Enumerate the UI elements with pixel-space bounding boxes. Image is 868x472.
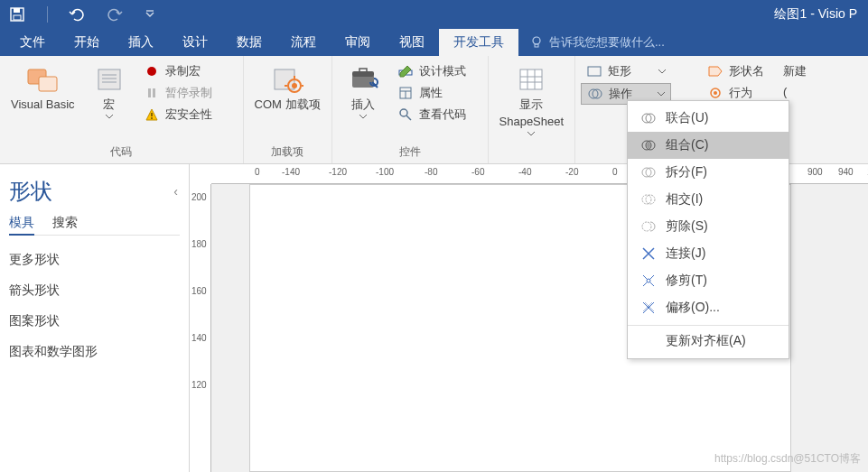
properties-icon xyxy=(397,85,414,101)
svg-rect-20 xyxy=(352,75,374,88)
show-shapesheet-button[interactable]: 显示 ShapeSheet xyxy=(494,60,570,140)
dd-union[interactable]: 联合(U) xyxy=(628,105,789,132)
visual-basic-icon xyxy=(24,63,61,96)
svg-point-27 xyxy=(400,109,407,116)
dd-trim[interactable]: 修剪(T) xyxy=(628,267,789,294)
paren-button: ( xyxy=(778,83,812,100)
svg-rect-7 xyxy=(39,77,57,91)
tab-review[interactable]: 审阅 xyxy=(331,29,385,56)
shapes-title: 形状 xyxy=(9,171,180,215)
svg-rect-34 xyxy=(588,67,601,76)
pattern-shapes-item[interactable]: 图案形状 xyxy=(9,306,180,337)
chevron-down-icon xyxy=(658,92,665,97)
shape-tab-stencils[interactable]: 模具 xyxy=(9,215,34,236)
shape-tab-search[interactable]: 搜索 xyxy=(52,215,78,231)
svg-rect-29 xyxy=(520,69,542,89)
insert-control-button[interactable]: 插入 xyxy=(338,60,388,123)
dd-combine[interactable]: 组合(C) xyxy=(628,132,789,159)
title-bar: 绘图1 - Visio P xyxy=(0,0,868,29)
svg-rect-2 xyxy=(14,15,21,20)
svg-rect-14 xyxy=(153,88,155,97)
shape-name-button[interactable]: 形状名 xyxy=(702,61,774,81)
new-button[interactable]: 新建 xyxy=(778,61,812,81)
dd-update-align[interactable]: 更新对齐框(A) xyxy=(628,325,789,355)
offset-icon xyxy=(640,300,657,316)
combine-icon xyxy=(640,137,657,153)
group-addins: COM 加载项 加载项 xyxy=(244,56,332,163)
chevron-down-icon xyxy=(359,115,367,119)
tell-me-search[interactable]: 告诉我您想要做什么... xyxy=(518,29,676,56)
group-controls: 插入 设计模式 属性 查看代码 控件 xyxy=(332,56,489,163)
svg-rect-8 xyxy=(98,69,120,89)
record-macro-button[interactable]: 录制宏 xyxy=(138,61,238,81)
svg-point-19 xyxy=(292,83,297,88)
chevron-down-icon xyxy=(527,132,535,136)
view-code-button[interactable]: 查看代码 xyxy=(392,105,482,125)
svg-point-4 xyxy=(533,37,540,44)
svg-rect-1 xyxy=(14,8,20,13)
pause-recording-button[interactable]: 暂停录制 xyxy=(138,83,238,103)
chart-math-item[interactable]: 图表和数学图形 xyxy=(9,337,180,367)
ruler-pencil-icon xyxy=(397,63,414,79)
svg-point-47 xyxy=(642,222,651,231)
tag-icon xyxy=(707,63,723,79)
com-addins-icon xyxy=(269,63,305,96)
svg-rect-22 xyxy=(359,69,367,72)
operations-icon xyxy=(587,86,603,102)
dd-join[interactable]: 连接(J) xyxy=(628,240,789,267)
tab-data[interactable]: 数据 xyxy=(222,29,276,56)
tell-me-placeholder: 告诉我您想要做什么... xyxy=(549,34,665,51)
com-addins-button[interactable]: COM 加载项 xyxy=(249,60,326,116)
collapse-pane-button[interactable]: ‹ xyxy=(173,184,178,199)
gear-icon xyxy=(707,85,723,101)
properties-button[interactable]: 属性 xyxy=(392,83,482,103)
warning-icon xyxy=(144,106,160,123)
operations-dropdown: 联合(U) 组合(C) 拆分(F) 相交(I) 剪除(S) 连接(J) 修剪(T… xyxy=(627,100,789,359)
rectangle-tool-button[interactable]: 矩形 xyxy=(581,61,671,81)
trim-icon xyxy=(640,273,657,289)
tab-developer[interactable]: 开发工具 xyxy=(439,29,518,56)
svg-rect-5 xyxy=(535,44,538,47)
dd-intersect[interactable]: 相交(I) xyxy=(628,186,789,213)
shapes-tabs: 模具 搜索 xyxy=(9,215,180,236)
chevron-down-icon xyxy=(106,115,113,119)
undo-button[interactable] xyxy=(68,5,88,24)
qat-customize[interactable] xyxy=(140,5,160,24)
group-code: Visual Basic 宏 录制宏 暂停录制 xyxy=(0,56,244,163)
tab-design[interactable]: 设计 xyxy=(168,29,222,56)
record-icon xyxy=(144,63,160,79)
macros-icon xyxy=(91,63,127,96)
qat-separator xyxy=(47,6,48,23)
arrow-shapes-item[interactable]: 箭头形状 xyxy=(9,275,180,306)
ribbon-tabs: 文件 开始 插入 设计 数据 流程 审阅 视图 开发工具 告诉我您想要做什么..… xyxy=(0,29,868,56)
tab-process[interactable]: 流程 xyxy=(276,29,331,56)
macro-security-button[interactable]: 宏安全性 xyxy=(138,105,238,125)
watermark: https://blog.csdn@51CTO博客 xyxy=(714,451,861,467)
tab-insert[interactable]: 插入 xyxy=(114,29,168,56)
more-shapes-item[interactable]: 更多形状 xyxy=(9,245,180,275)
redo-button[interactable] xyxy=(104,5,124,24)
tab-file[interactable]: 文件 xyxy=(5,29,60,56)
visual-basic-button[interactable]: Visual Basic xyxy=(5,60,80,116)
group-controls-label: 控件 xyxy=(338,144,482,162)
dd-offset[interactable]: 偏移(O)... xyxy=(628,294,789,321)
ribbon: Visual Basic 宏 录制宏 暂停录制 xyxy=(0,56,868,164)
ruler-vertical[interactable]: 200 180 160 140 120 xyxy=(190,184,211,472)
design-mode-button[interactable]: 设计模式 xyxy=(392,61,482,81)
svg-point-38 xyxy=(714,91,717,95)
dd-subtract[interactable]: 剪除(S) xyxy=(628,213,789,240)
macros-button[interactable]: 宏 xyxy=(84,60,135,123)
dd-fragment[interactable]: 拆分(F) xyxy=(628,159,789,186)
save-button[interactable] xyxy=(7,5,27,24)
svg-point-16 xyxy=(151,117,153,119)
shapesheet-icon xyxy=(513,63,549,96)
svg-point-48 xyxy=(647,279,650,282)
svg-rect-13 xyxy=(148,88,151,97)
tab-home[interactable]: 开始 xyxy=(60,29,114,56)
quick-access-toolbar xyxy=(7,5,160,24)
join-icon xyxy=(640,245,657,262)
tab-view[interactable]: 视图 xyxy=(385,29,439,56)
fragment-icon xyxy=(640,164,657,180)
toolbox-icon xyxy=(345,63,381,96)
pause-icon xyxy=(144,85,160,101)
